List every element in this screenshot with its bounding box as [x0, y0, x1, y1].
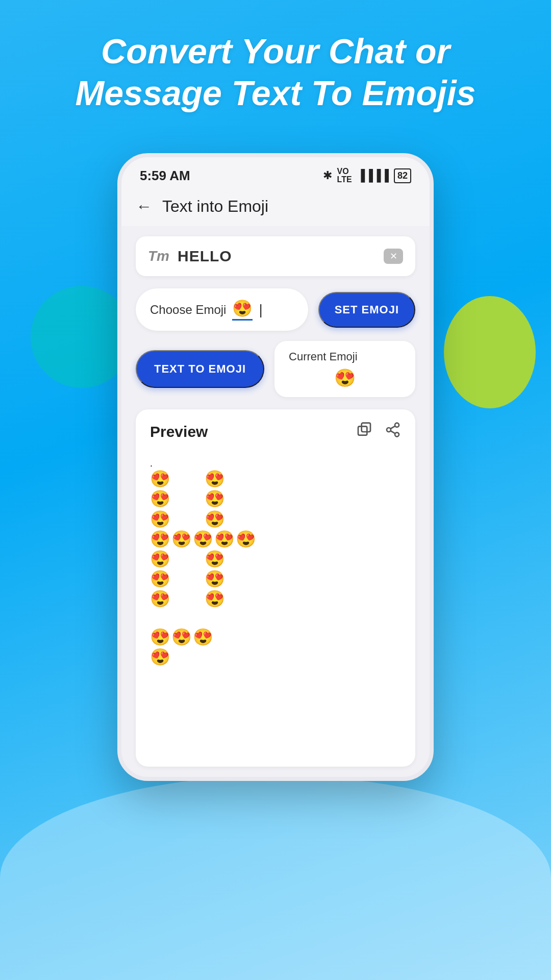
preview-actions	[356, 422, 401, 442]
app-content: Tт HELLO ✕ Choose Emoji 😍 | SET EMOJI TE…	[121, 226, 430, 777]
svg-point-3	[387, 428, 391, 432]
volte-icon: VOLTE	[337, 167, 352, 184]
app-header: ← Text into Emoji	[121, 189, 430, 226]
emoji-art-row: 😍 😍	[150, 570, 401, 588]
text-to-emoji-button[interactable]: TEXT TO EMOJI	[136, 350, 264, 388]
text-input-value[interactable]: HELLO	[178, 248, 375, 265]
share-icon[interactable]	[385, 422, 401, 442]
copy-icon[interactable]	[356, 422, 372, 442]
svg-line-6	[390, 426, 395, 429]
emoji-art-row: 😍😍😍😍😍	[150, 530, 401, 548]
emoji-row: Choose Emoji 😍 | SET EMOJI	[136, 288, 415, 331]
back-button[interactable]: ←	[136, 197, 152, 216]
svg-point-2	[395, 423, 399, 427]
emoji-art-row: 😍 😍	[150, 490, 401, 508]
status-bar: 5:59 AM ✱ VOLTE ▐▐▐▐ 82	[121, 157, 430, 189]
preview-title: Preview	[150, 423, 208, 440]
svg-rect-0	[362, 423, 370, 432]
emoji-art-row: 😍😍😍	[150, 628, 401, 646]
current-emoji-title: Current Emoji	[289, 350, 401, 363]
choose-emoji-card[interactable]: Choose Emoji 😍 |	[136, 288, 308, 331]
battery-indicator: 82	[394, 168, 411, 183]
svg-line-5	[390, 431, 395, 433]
background-blob-white	[0, 776, 551, 980]
signal-icon: ▐▐▐▐	[357, 169, 389, 182]
phone-mockup-container: 5:59 AM ✱ VOLTE ▐▐▐▐ 82 ← Text into Emoj…	[117, 153, 434, 781]
chosen-emoji-display[interactable]: 😍	[232, 299, 253, 321]
preview-card: Preview	[136, 409, 415, 767]
clear-icon: ✕	[390, 251, 397, 262]
text-input-card[interactable]: Tт HELLO ✕	[136, 236, 415, 276]
set-emoji-button[interactable]: SET EMOJI	[318, 292, 415, 328]
current-emoji-card: Current Emoji 😍	[274, 341, 415, 397]
emoji-art-row: 😍 😍	[150, 510, 401, 528]
phone-mockup: 5:59 AM ✱ VOLTE ▐▐▐▐ 82 ← Text into Emoj…	[117, 153, 434, 781]
emoji-art-row: 😍 😍	[150, 550, 401, 568]
hero-title: Convert Your Chat or Message Text To Emo…	[0, 0, 551, 134]
preview-header: Preview	[150, 422, 401, 442]
status-time: 5:59 AM	[140, 168, 190, 184]
choose-emoji-label: Choose Emoji	[150, 303, 226, 317]
emoji-art-preview: . 😍 😍 😍 😍 😍 😍 😍😍😍😍😍 😍 😍 😍 😍 😍 😍 😍😍😍	[150, 452, 401, 666]
bluetooth-icon: ✱	[323, 169, 332, 182]
clear-button[interactable]: ✕	[384, 249, 403, 264]
text-format-icon: Tт	[148, 248, 169, 264]
app-title: Text into Emoji	[162, 197, 268, 216]
svg-point-4	[395, 432, 399, 436]
emoji-art-row: 😍 😍	[150, 590, 401, 608]
background-blob-green	[444, 296, 536, 408]
preview-dot: .	[150, 458, 154, 469]
emoji-art-row: 😍 😍	[150, 470, 401, 488]
current-emoji-value: 😍	[289, 368, 401, 388]
convert-row: TEXT TO EMOJI Current Emoji 😍	[136, 341, 415, 397]
emoji-art-row: 😍	[150, 648, 401, 666]
svg-rect-1	[358, 426, 367, 435]
emoji-cursor: |	[259, 302, 262, 318]
status-icons: ✱ VOLTE ▐▐▐▐ 82	[323, 167, 411, 184]
